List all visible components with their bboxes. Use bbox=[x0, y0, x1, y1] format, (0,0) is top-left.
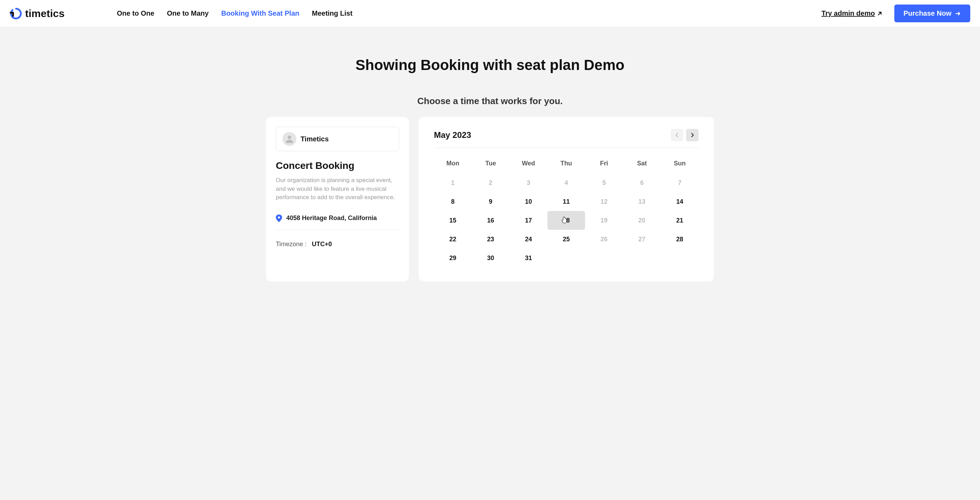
avatar bbox=[282, 132, 296, 146]
calendar-header: May 2023 bbox=[434, 129, 698, 148]
page-subtitle: Choose a time that works for you. bbox=[0, 96, 980, 106]
location-text: 4058 Heritage Road, California bbox=[286, 214, 377, 222]
calendar-day[interactable]: 29 bbox=[434, 249, 472, 267]
header: timetics One to OneOne to ManyBooking Wi… bbox=[0, 0, 980, 27]
calendar-day[interactable]: 11 bbox=[547, 192, 585, 211]
page-title: Showing Booking with seat plan Demo bbox=[0, 57, 980, 73]
timezone-label: Timezone : bbox=[276, 241, 307, 248]
event-info-card: Timetics Concert Booking Our organizatio… bbox=[266, 117, 409, 281]
calendar-day-of-week: Sat bbox=[623, 156, 661, 173]
calendar-day[interactable]: 18 bbox=[547, 211, 585, 230]
calendar-day[interactable]: 30 bbox=[472, 249, 510, 267]
calendar-day: 19 bbox=[585, 211, 623, 230]
calendar-day[interactable]: 15 bbox=[434, 211, 472, 230]
calendar-day[interactable]: 16 bbox=[472, 211, 510, 230]
timezone-row: Timezone : UTC+0 bbox=[276, 241, 399, 248]
event-title: Concert Booking bbox=[276, 160, 399, 171]
calendar-nav bbox=[671, 129, 698, 141]
calendar-day[interactable]: 25 bbox=[547, 230, 585, 249]
calendar-day[interactable]: 31 bbox=[509, 249, 547, 267]
calendar-day[interactable]: 9 bbox=[472, 192, 510, 211]
calendar-day[interactable]: 10 bbox=[509, 192, 547, 211]
calendar-next-button[interactable] bbox=[686, 129, 698, 141]
calendar-day bbox=[585, 249, 623, 267]
calendar-day: 5 bbox=[585, 173, 623, 192]
calendar-day-of-week: Mon bbox=[434, 156, 472, 173]
organizer-name: Timetics bbox=[301, 135, 329, 143]
calendar-day: 13 bbox=[623, 192, 661, 211]
calendar-day bbox=[661, 249, 698, 267]
calendar-day: 6 bbox=[623, 173, 661, 192]
calendar-day[interactable]: 24 bbox=[509, 230, 547, 249]
calendar-day-of-week: Fri bbox=[585, 156, 623, 173]
calendar-day-of-week: Wed bbox=[509, 156, 547, 173]
calendar-day[interactable]: 14 bbox=[661, 192, 698, 211]
timezone-value: UTC+0 bbox=[312, 241, 332, 248]
nav-item[interactable]: Meeting List bbox=[312, 10, 352, 17]
brand-name: timetics bbox=[25, 8, 64, 19]
calendar-day: 12 bbox=[585, 192, 623, 211]
nav-item[interactable]: One to Many bbox=[167, 10, 208, 17]
calendar-day[interactable]: 17 bbox=[509, 211, 547, 230]
calendar-grid: MonTueWedThuFriSatSun1234567891011121314… bbox=[434, 156, 698, 267]
brand-logo-icon bbox=[10, 7, 22, 20]
chevron-right-icon bbox=[690, 133, 695, 138]
calendar-day[interactable]: 23 bbox=[472, 230, 510, 249]
calendar-card: May 2023 MonTueWedThuFriSatSun1234567891… bbox=[418, 117, 714, 281]
calendar-day-of-week: Thu bbox=[547, 156, 585, 173]
calendar-day: 26 bbox=[585, 230, 623, 249]
purchase-now-label: Purchase Now bbox=[904, 10, 951, 17]
calendar-day: 3 bbox=[509, 173, 547, 192]
calendar-month-label: May 2023 bbox=[434, 130, 471, 140]
main-nav: One to OneOne to ManyBooking With Seat P… bbox=[117, 10, 352, 17]
calendar-day bbox=[623, 249, 661, 267]
calendar-day: 20 bbox=[623, 211, 661, 230]
location-pin-icon bbox=[276, 214, 282, 222]
organizer-box: Timetics bbox=[276, 127, 399, 151]
calendar-day[interactable]: 28 bbox=[661, 230, 698, 249]
svg-point-2 bbox=[288, 135, 291, 139]
calendar-prev-button[interactable] bbox=[671, 129, 683, 141]
calendar-day-of-week: Tue bbox=[472, 156, 510, 173]
svg-point-3 bbox=[278, 216, 280, 218]
calendar-day[interactable]: 8 bbox=[434, 192, 472, 211]
calendar-day[interactable]: 21 bbox=[661, 211, 698, 230]
calendar-day-of-week: Sun bbox=[661, 156, 698, 173]
brand-logo[interactable]: timetics bbox=[10, 7, 64, 20]
location-row: 4058 Heritage Road, California bbox=[276, 214, 399, 230]
calendar-day: 2 bbox=[472, 173, 510, 192]
try-admin-demo-link[interactable]: Try admin demo bbox=[821, 10, 883, 17]
calendar-day: 4 bbox=[547, 173, 585, 192]
try-admin-demo-label: Try admin demo bbox=[821, 10, 875, 17]
cursor-pointer-icon bbox=[561, 217, 567, 224]
calendar-day: 7 bbox=[661, 173, 698, 192]
user-icon bbox=[285, 134, 294, 144]
calendar-day: 1 bbox=[434, 173, 472, 192]
arrow-right-icon bbox=[955, 10, 961, 17]
chevron-left-icon bbox=[675, 133, 679, 138]
event-description: Our organization is planning a special e… bbox=[276, 176, 399, 202]
nav-item[interactable]: One to One bbox=[117, 10, 154, 17]
calendar-day bbox=[547, 249, 585, 267]
external-link-icon bbox=[877, 11, 883, 16]
svg-rect-1 bbox=[12, 12, 14, 17]
calendar-day: 27 bbox=[623, 230, 661, 249]
header-right: Try admin demo Purchase Now bbox=[821, 5, 970, 22]
nav-item[interactable]: Booking With Seat Plan bbox=[221, 10, 299, 17]
calendar-day[interactable]: 22 bbox=[434, 230, 472, 249]
content: Timetics Concert Booking Our organizatio… bbox=[0, 117, 980, 295]
purchase-now-button[interactable]: Purchase Now bbox=[894, 5, 970, 22]
